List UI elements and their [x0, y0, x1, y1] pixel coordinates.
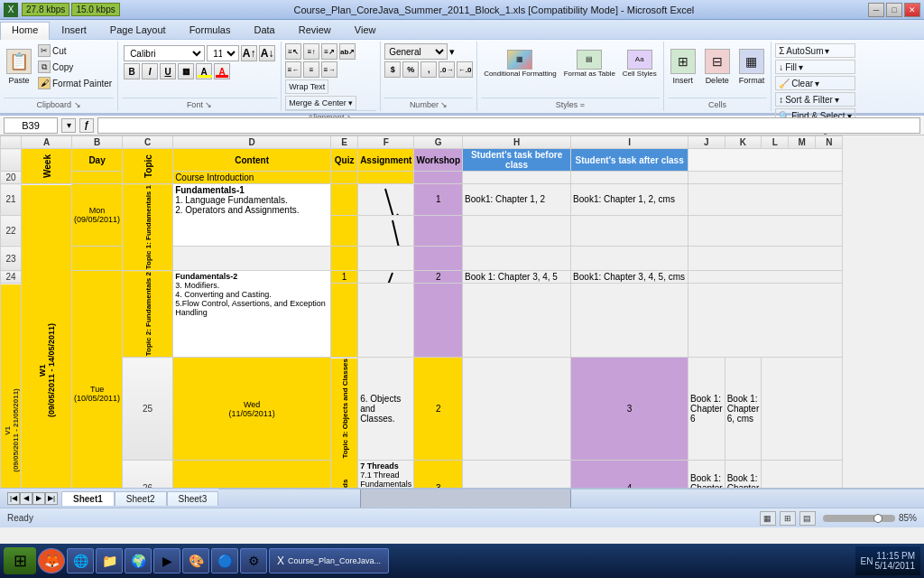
sheet-tab-1[interactable]: Sheet1	[61, 491, 115, 506]
cell-G23[interactable]	[414, 247, 463, 271]
cell-B26[interactable]: Thu(12/05/2011)	[173, 460, 331, 488]
clear-button[interactable]: 🧹 Clear ▾	[775, 76, 855, 90]
align-center-button[interactable]: ≡	[303, 61, 319, 78]
header-week[interactable]: Week	[22, 149, 72, 184]
cell-E25[interactable]: 2	[414, 358, 463, 461]
sheet-nav-first-button[interactable]: |◀	[7, 492, 20, 505]
header-day[interactable]: Day	[72, 149, 123, 172]
sheet-nav-next-button[interactable]: ▶	[32, 492, 45, 505]
cell-H22[interactable]	[463, 215, 571, 247]
cell-B20[interactable]	[72, 172, 123, 184]
cell-A21[interactable]: W1(09/05/2011 - 14/05/2011)	[22, 184, 72, 489]
font-size-select[interactable]: 11	[207, 45, 239, 61]
cell-E22[interactable]	[331, 215, 358, 247]
merge-center-button[interactable]: Merge & Center ▾	[285, 96, 356, 110]
cell-H24[interactable]: Book 1: Chapter 3, 4, 5	[463, 271, 571, 284]
cell-F23[interactable]	[358, 247, 414, 271]
cell-C25[interactable]: Topic 3: Objects and Classes	[331, 358, 358, 461]
cell-G20[interactable]	[414, 172, 463, 184]
font-color-button[interactable]: A	[214, 63, 230, 79]
taskbar-unknown1-icon[interactable]: 🔵	[211, 548, 238, 573]
cell-G24[interactable]: 2	[414, 271, 463, 284]
sheet-nav-prev-button[interactable]: ◀	[20, 492, 32, 505]
increase-decimal-button[interactable]: .0→	[439, 61, 455, 78]
cell-G-v1[interactable]	[414, 284, 463, 358]
cell-E24[interactable]: 1	[331, 271, 358, 284]
cell-E26[interactable]: 3	[414, 460, 463, 488]
autosum-button[interactable]: Σ AutoSum ▾	[775, 43, 855, 58]
cell-H-v1[interactable]	[463, 284, 571, 358]
currency-button[interactable]: $	[384, 61, 401, 78]
cell-H25[interactable]: Book 1: Chapter 6	[688, 358, 725, 461]
tab-review[interactable]: Review	[287, 22, 343, 39]
tab-view[interactable]: View	[343, 22, 388, 39]
align-top-left-button[interactable]: ≡↖	[285, 43, 301, 60]
align-left-button[interactable]: ≡←	[285, 61, 301, 78]
cell-I25[interactable]: Book 1: Chapter 6, cms	[725, 358, 762, 461]
cell-I24[interactable]: Book1: Chapter 3, 4, 5, cms	[571, 271, 688, 284]
taskbar-paint-icon[interactable]: 🎨	[182, 548, 209, 573]
cell-B25[interactable]: Wed(11/05/2011)	[173, 358, 331, 461]
conditional-formatting-button[interactable]: ▦ Conditional Formatting	[481, 43, 559, 83]
header-content[interactable]: Content	[173, 149, 331, 172]
format-painter-button[interactable]: 🖌 Format Painter	[36, 76, 114, 90]
cell-D23[interactable]	[173, 247, 331, 271]
decrease-font-button[interactable]: A↓	[259, 45, 275, 61]
formula-input[interactable]	[97, 117, 920, 134]
align-top-right-button[interactable]: ≡↗	[321, 43, 337, 60]
cell-E23[interactable]	[331, 247, 358, 271]
number-expand-icon[interactable]: ↘	[440, 100, 448, 109]
paste-button[interactable]: 📋 Paste	[4, 43, 34, 90]
cell-F25[interactable]	[463, 358, 571, 461]
tab-insert[interactable]: Insert	[50, 22, 98, 39]
header-after-class[interactable]: Student's task after class	[571, 149, 688, 172]
name-expand-button[interactable]: ▾	[61, 118, 76, 133]
cell-E-v1[interactable]	[331, 284, 358, 358]
page-layout-view-button[interactable]: ⊞	[780, 511, 796, 526]
cell-G21[interactable]: 1	[414, 184, 463, 216]
cell-H21[interactable]: Book1: Chapter 1, 2	[463, 184, 571, 216]
cell-C21[interactable]: Topic 1: Fundamentals 1	[123, 184, 173, 271]
cut-button[interactable]: ✂ Cut	[36, 43, 114, 58]
number-format-dropdown-icon[interactable]: ▾	[449, 46, 455, 58]
taskbar-ie-icon[interactable]: 🌍	[125, 548, 152, 573]
cell-F22[interactable]	[358, 215, 414, 247]
tab-data[interactable]: Data	[242, 22, 286, 39]
tab-formulas[interactable]: Formulas	[178, 22, 243, 39]
sheet-tab-3[interactable]: Sheet3	[167, 491, 219, 506]
align-top-center-button[interactable]: ≡↑	[303, 43, 319, 60]
cell-reference-box[interactable]	[4, 117, 58, 134]
cell-D25[interactable]: 6. Objects and Classes.	[358, 358, 414, 461]
cell-E20[interactable]	[331, 172, 358, 184]
cell-D20[interactable]: Course Introduction	[173, 172, 331, 184]
increase-font-button[interactable]: A↑	[241, 45, 257, 61]
format-button[interactable]: ▦ Format	[736, 43, 768, 90]
fill-color-button[interactable]: A	[196, 63, 212, 79]
border-button[interactable]: ▦	[178, 63, 194, 79]
maximize-button[interactable]: □	[886, 3, 902, 17]
cell-D26[interactable]: 7 Threads7.1 Thread Fundamentals7.2 Cont…	[358, 460, 414, 488]
cell-F24[interactable]	[358, 271, 414, 284]
cell-I21[interactable]: Book1: Chapter 1, 2, cms	[571, 184, 688, 216]
comma-button[interactable]: ,	[420, 61, 437, 78]
fill-button[interactable]: ↓ Fill ▾	[775, 60, 855, 74]
cell-B21[interactable]: Mon(09/05/2011)	[72, 184, 123, 247]
sort-filter-button[interactable]: ↕ Sort & Filter ▾	[775, 92, 855, 107]
function-button[interactable]: ƒ	[79, 118, 94, 133]
merge-dropdown-icon[interactable]: ▾	[348, 98, 353, 107]
header-before-class[interactable]: Student's task before class	[463, 149, 571, 172]
cell-H26[interactable]: Book 1: Chapter 7	[688, 460, 725, 488]
font-name-select[interactable]: Calibri	[124, 45, 205, 61]
normal-view-button[interactable]: ▦	[760, 511, 776, 526]
cell-I20[interactable]	[571, 172, 688, 184]
taskbar-explorer-icon[interactable]: 📁	[96, 548, 123, 573]
cell-G22[interactable]	[414, 215, 463, 247]
bold-button[interactable]: B	[124, 63, 140, 79]
cell-I22[interactable]	[571, 215, 688, 247]
angle-text-button[interactable]: ab↗	[339, 43, 356, 60]
cell-C26[interactable]: Topic 4: Threads	[331, 460, 358, 488]
cell-I-v1[interactable]	[571, 284, 688, 358]
zoom-slider-thumb[interactable]	[873, 514, 882, 523]
decrease-decimal-button[interactable]: ←.0	[457, 61, 473, 78]
wrap-text-button[interactable]: Wrap Text	[285, 79, 328, 94]
